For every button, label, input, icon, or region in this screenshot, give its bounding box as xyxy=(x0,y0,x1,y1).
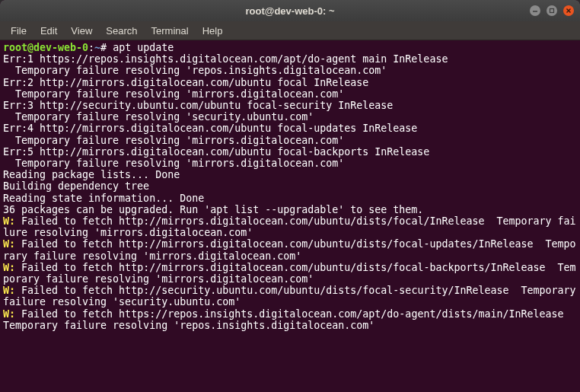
warning-line: W: Failed to fetch http://mirrors.digita… xyxy=(3,215,576,238)
menu-search[interactable]: Search xyxy=(100,24,143,38)
menu-file[interactable]: File xyxy=(5,24,33,38)
svg-rect-1 xyxy=(550,9,554,13)
minimize-icon xyxy=(532,8,538,14)
warning-prefix: W: xyxy=(3,215,21,227)
terminal-body[interactable]: root@dev-web-0:~# apt update Err:1 https… xyxy=(0,40,580,392)
titlebar[interactable]: root@dev-web-0: ~ xyxy=(0,0,580,21)
window-title: root@dev-web-0: ~ xyxy=(6,5,574,17)
output-line: Err:3 http://security.ubuntu.com/ubuntu … xyxy=(3,100,393,111)
prompt: root@dev-web-0:~# xyxy=(3,42,107,53)
output-line: Err:2 http://mirrors.digitalocean.com/ub… xyxy=(3,77,368,88)
typed-command: apt update xyxy=(113,42,174,53)
prompt-colon: : xyxy=(88,42,94,53)
output-line: 36 packages can be upgraded. Run 'apt li… xyxy=(3,204,423,215)
output-line: Temporary failure resolving 'security.ub… xyxy=(3,111,314,123)
close-icon xyxy=(566,8,572,14)
warning-text: Failed to fetch http://mirrors.digitaloc… xyxy=(3,238,576,261)
warning-text: Failed to fetch http://security.ubuntu.c… xyxy=(3,285,580,308)
output-line: Temporary failure resolving 'repos.insig… xyxy=(3,65,387,76)
warning-prefix: W: xyxy=(3,308,21,320)
menu-view[interactable]: View xyxy=(65,24,98,38)
warning-text: Failed to fetch https://repos.insights.d… xyxy=(3,308,576,331)
output-line: Reading package lists... Done xyxy=(3,169,180,180)
terminal-window: root@dev-web-0: ~ File Edit View Search … xyxy=(0,0,580,392)
window-controls xyxy=(530,5,574,16)
warning-line: W: Failed to fetch http://mirrors.digita… xyxy=(3,262,576,285)
output-line: Err:1 https://repos.insights.digitalocea… xyxy=(3,53,448,65)
warning-prefix: W: xyxy=(3,238,21,250)
warning-text: Failed to fetch http://mirrors.digitaloc… xyxy=(3,262,576,285)
warning-prefix: W: xyxy=(3,262,21,273)
output-line: Temporary failure resolving 'mirrors.dig… xyxy=(3,88,344,100)
output-line: Building dependency tree xyxy=(3,180,149,192)
maximize-icon xyxy=(549,8,555,14)
menubar: File Edit View Search Terminal Help xyxy=(0,21,580,40)
prompt-hash: # xyxy=(100,42,107,53)
menu-edit[interactable]: Edit xyxy=(34,24,63,38)
output-line: Reading state information... Done xyxy=(3,193,204,204)
output-line: Err:5 http://mirrors.digitalocean.com/ub… xyxy=(3,146,429,158)
minimize-button[interactable] xyxy=(530,5,540,16)
prompt-user-host: root@dev-web-0 xyxy=(3,42,88,53)
output-line: Err:4 http://mirrors.digitalocean.com/ub… xyxy=(3,123,417,134)
menu-help[interactable]: Help xyxy=(196,24,229,38)
warning-line: W: Failed to fetch https://repos.insight… xyxy=(3,308,576,331)
warning-text: Failed to fetch http://mirrors.digitaloc… xyxy=(3,215,576,238)
warning-line: W: Failed to fetch http://mirrors.digita… xyxy=(3,238,576,261)
prompt-path: ~ xyxy=(94,42,100,53)
menu-terminal[interactable]: Terminal xyxy=(145,24,195,38)
maximize-button[interactable] xyxy=(547,5,557,16)
output-line: Temporary failure resolving 'mirrors.dig… xyxy=(3,135,344,146)
warning-line: W: Failed to fetch http://security.ubunt… xyxy=(3,285,580,308)
warning-prefix: W: xyxy=(3,285,21,296)
output-line: Temporary failure resolving 'mirrors.dig… xyxy=(3,158,344,169)
close-button[interactable] xyxy=(563,5,574,16)
